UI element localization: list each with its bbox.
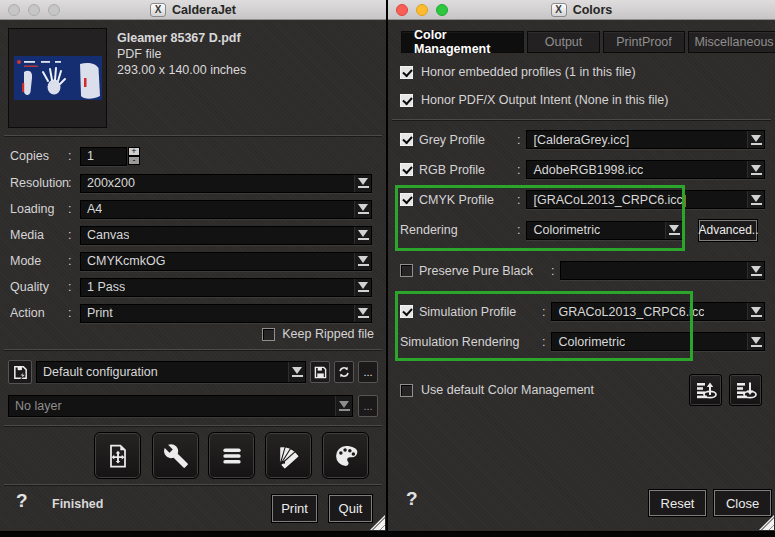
dropdown-arrow-icon[interactable] — [335, 396, 352, 416]
reset-button[interactable]: Reset — [649, 490, 706, 516]
loading-select[interactable]: A4 — [80, 200, 372, 219]
dropdown-arrow-icon[interactable] — [354, 227, 371, 244]
layer-more-button[interactable]: ... — [358, 395, 378, 417]
use-default-row: Use default Color Management — [400, 382, 594, 398]
import-preset-button[interactable] — [729, 374, 762, 406]
window-controls — [8, 4, 60, 16]
help-button[interactable]: ? — [406, 488, 418, 510]
action-select[interactable]: Print — [80, 304, 372, 323]
calderajet-titlebar[interactable]: X CalderaJet — [0, 0, 386, 20]
grey-profile-checkbox[interactable] — [400, 133, 413, 146]
dropdown-arrow-icon[interactable] — [665, 222, 682, 239]
preserve-black-checkbox[interactable] — [400, 264, 413, 277]
tab-printproof[interactable]: PrintProof — [603, 31, 685, 53]
swatchbook-button[interactable] — [265, 432, 312, 479]
tab-output[interactable]: Output — [527, 31, 600, 53]
action-label: Action — [10, 306, 68, 320]
wrench-icon — [163, 443, 189, 469]
queue-button[interactable] — [208, 432, 255, 479]
grey-profile-select[interactable]: [CalderaGrey.icc] — [526, 130, 765, 149]
honor-embedded-row: Honor embedded profiles (1 in this file) — [400, 64, 636, 80]
quality-select[interactable]: 1 Pass — [80, 278, 372, 297]
mode-select[interactable]: CMYKcmkOG — [80, 252, 372, 271]
dropdown-arrow-icon[interactable] — [747, 262, 764, 279]
honor-embedded-label: Honor embedded profiles (1 in this file) — [421, 65, 636, 79]
zoom-window-icon[interactable] — [48, 4, 60, 16]
rgb-profile-select[interactable]: AdobeRGB1998.icc — [526, 160, 765, 179]
dropdown-arrow-icon[interactable] — [747, 303, 764, 320]
dropdown-arrow-icon[interactable] — [747, 191, 764, 208]
config-more-button[interactable]: ... — [358, 361, 378, 383]
layer-select[interactable]: No layer — [8, 395, 353, 417]
simulation-profile-checkbox[interactable] — [400, 305, 413, 318]
help-button[interactable]: ? — [16, 490, 28, 512]
media-label: Media — [10, 228, 68, 242]
file-name: Gleamer 85367 D.pdf — [117, 30, 246, 46]
zoom-window-icon[interactable] — [436, 4, 448, 16]
resolution-select[interactable]: 200x200 — [80, 174, 372, 193]
dropdown-arrow-icon[interactable] — [354, 175, 371, 192]
media-select[interactable]: Canvas — [80, 226, 372, 245]
menu-lines-icon — [219, 443, 245, 469]
tab-miscellaneous[interactable]: Miscellaneous — [688, 31, 775, 53]
page-setup-button[interactable] — [94, 432, 141, 479]
dropdown-arrow-icon[interactable] — [354, 201, 371, 218]
copies-stepper: + - — [128, 147, 140, 165]
reload-config-button[interactable] — [334, 361, 354, 383]
simulation-profile-select[interactable]: GRACoL2013_CRPC6.icc — [551, 302, 765, 321]
simulation-rendering-label: Simulation Rendering — [400, 335, 536, 349]
refresh-icon — [337, 365, 351, 379]
settings-button[interactable] — [152, 432, 199, 479]
print-button[interactable]: Print — [272, 495, 317, 522]
configuration-select[interactable]: Default configuration — [36, 361, 306, 383]
status-text: Finished — [52, 497, 103, 511]
cmyk-profile-row: CMYK Profile : [GRACoL2013_CRPC6.icc] — [400, 190, 765, 209]
resize-grip[interactable] — [759, 515, 774, 530]
media-row: Media : Canvas — [10, 225, 372, 245]
tab-color-management[interactable]: Color Management — [401, 31, 524, 53]
minimize-window-icon[interactable] — [416, 4, 428, 16]
document-thumbnail[interactable] — [8, 28, 107, 128]
dropdown-arrow-icon[interactable] — [354, 253, 371, 270]
import-preset-icon — [734, 378, 758, 402]
rgb-profile-checkbox[interactable] — [400, 163, 413, 176]
dropdown-arrow-icon[interactable] — [747, 333, 764, 350]
dropdown-arrow-icon[interactable] — [354, 279, 371, 296]
rendering-label: Rendering — [400, 223, 511, 237]
preserve-black-select[interactable] — [560, 261, 765, 280]
dropdown-arrow-icon[interactable] — [747, 161, 764, 178]
minimize-window-icon[interactable] — [28, 4, 40, 16]
screenshot-stage: X CalderaJet — [0, 0, 775, 537]
close-window-icon[interactable] — [396, 4, 408, 16]
colors-button[interactable] — [322, 432, 369, 479]
apply-config-button[interactable] — [8, 360, 32, 384]
calderajet-content: Gleamer 85367 D.pdf PDF file 293.00 x 14… — [0, 20, 386, 531]
dropdown-arrow-icon[interactable] — [354, 305, 371, 322]
cmyk-profile-select[interactable]: [GRACoL2013_CRPC6.icc] — [526, 190, 765, 209]
simulation-rendering-select[interactable]: Colorimetric — [551, 332, 765, 351]
tab-bar: Color Management Output PrintProof Misce… — [401, 31, 775, 53]
export-preset-button[interactable] — [689, 374, 722, 406]
window-controls — [396, 4, 448, 16]
honor-embedded-checkbox[interactable] — [400, 66, 413, 79]
save-config-button[interactable] — [310, 361, 330, 383]
honor-pdfx-checkbox[interactable] — [400, 94, 413, 107]
layer-row: No layer ... — [8, 394, 378, 417]
decrement-icon[interactable]: - — [128, 156, 140, 165]
honor-pdfx-label: Honor PDF/X Output Intent (None in this … — [421, 93, 668, 107]
rendering-select[interactable]: Colorimetric — [526, 221, 683, 240]
keep-ripped-checkbox[interactable] — [262, 328, 275, 341]
dropdown-arrow-icon[interactable] — [747, 131, 764, 148]
dropdown-arrow-icon[interactable] — [288, 362, 305, 382]
close-window-icon[interactable] — [8, 4, 20, 16]
quit-button[interactable]: Quit — [329, 495, 372, 522]
cmyk-profile-checkbox[interactable] — [400, 193, 413, 206]
use-default-label: Use default Color Management — [421, 383, 594, 397]
resize-grip[interactable] — [370, 515, 385, 530]
colors-titlebar[interactable]: X Colors — [388, 0, 775, 20]
close-button[interactable]: Close — [714, 490, 771, 516]
copies-input[interactable]: 1 — [80, 147, 127, 166]
advanced-button[interactable]: Advanced.. — [699, 220, 757, 241]
copies-label: Copies — [10, 149, 68, 163]
use-default-checkbox[interactable] — [400, 384, 413, 397]
